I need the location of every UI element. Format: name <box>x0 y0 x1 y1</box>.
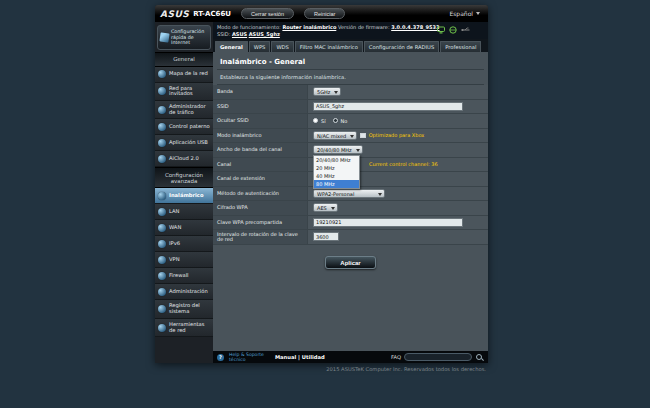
router-admin-window: ASUS RT-AC66U Cerrar sesión Reiniciar Es… <box>155 5 488 363</box>
field-row-wpa-key: Clave WPA precompartida <box>213 216 488 231</box>
usb-application-icon <box>158 139 166 147</box>
sidebar: Configuración rápida de Internet General… <box>155 22 213 363</box>
internet-status-icon[interactable] <box>449 26 457 34</box>
tab-wds[interactable]: WDS <box>271 41 293 53</box>
sidebar-item-traffic-manager[interactable]: Administrador de tráfico <box>155 101 213 119</box>
hide-ssid-yes-radio[interactable] <box>313 118 318 123</box>
field-row-band: Banda 5GHz <box>213 85 488 100</box>
firmware-version-link[interactable]: 3.0.0.4.378_9533 <box>391 24 439 30</box>
network-tools-icon <box>158 324 166 332</box>
chevron-down-icon <box>476 12 480 15</box>
sidebar-section-advanced: Configuración avanzada <box>155 167 213 188</box>
system-log-icon <box>158 305 166 313</box>
sidebar-item-network-map[interactable]: Mapa de la red <box>155 67 213 83</box>
field-row-auth-method: Método de autenticación WPA2-Personal <box>213 187 488 202</box>
tab-radius[interactable]: Configuración de RADIUS <box>364 41 439 53</box>
administration-icon <box>158 288 166 296</box>
status-info-bar: Modo de funcionamiento: Router inalámbri… <box>213 22 488 39</box>
field-row-wireless-mode: Modo inalámbrico N/AC mixed Optimizado p… <box>213 129 488 144</box>
help-icon: ? <box>217 354 224 361</box>
key-rotation-input[interactable] <box>313 232 339 241</box>
operation-mode-link[interactable]: Router inalámbrico <box>282 24 336 30</box>
tab-general[interactable]: General <box>215 41 248 53</box>
sidebar-item-guest-network[interactable]: Red para invitados <box>155 83 213 101</box>
select-arrow-icon <box>334 91 338 94</box>
wireless-icon <box>158 192 166 200</box>
page-title: Inalámbrico - General <box>213 52 488 69</box>
network-map-icon <box>158 70 166 78</box>
quick-internet-setup-button[interactable]: Configuración rápida de Internet <box>157 25 211 50</box>
apply-button[interactable]: Aplicar <box>325 256 375 269</box>
sidebar-item-network-tools[interactable]: Herramientas de red <box>155 319 213 337</box>
dropdown-option[interactable]: 40 MHz <box>314 172 359 180</box>
channel-bandwidth-dropdown: 20/40/80 MHz 20 MHz 40 MHz 80 MHz <box>313 155 360 189</box>
field-row-hide-ssid: Ocultar SSID Sí No <box>213 114 488 129</box>
wan-icon <box>158 224 166 232</box>
top-header-bar: ASUS RT-AC66U Cerrar sesión Reiniciar Es… <box>155 5 488 22</box>
dropdown-option-highlighted[interactable]: 80 MHz <box>314 180 359 188</box>
clients-status-icon[interactable] <box>437 26 445 34</box>
page-subtitle: Establezca la siguiente información inal… <box>213 70 488 84</box>
ssid-input[interactable] <box>313 102 463 111</box>
hide-ssid-no-radio[interactable] <box>333 118 338 123</box>
sidebar-item-firewall[interactable]: Firewall <box>155 268 213 284</box>
wpa-encryption-select[interactable]: AES <box>313 203 338 212</box>
sidebar-item-usb-application[interactable]: Aplicación USB <box>155 135 213 151</box>
language-label: Español <box>449 10 473 17</box>
manual-link[interactable]: Manual <box>275 354 296 360</box>
dropdown-option[interactable]: 20 MHz <box>314 164 359 172</box>
field-row-channel-bandwidth: Ancho de banda del canal 20/40/80 MHz 20… <box>213 143 488 158</box>
select-arrow-icon <box>331 207 335 210</box>
sidebar-item-administration[interactable]: Administración <box>155 284 213 300</box>
vpn-icon <box>158 256 166 264</box>
sidebar-item-ipv6[interactable]: IPv6 <box>155 236 213 252</box>
field-row-key-rotation: Intervalo de rotación de la clave de red <box>213 230 488 245</box>
traffic-manager-icon <box>158 106 166 114</box>
wpa-key-input[interactable] <box>313 218 463 227</box>
sidebar-filler <box>155 337 213 363</box>
tab-mac-filter[interactable]: Filtro MAC inalámbrico <box>295 41 363 53</box>
sidebar-item-parental-control[interactable]: Control paterno <box>155 119 213 135</box>
wireless-general-panel: Inalámbrico - General Establezca la sigu… <box>213 52 488 351</box>
faq-label: FAQ <box>391 354 401 360</box>
tab-wps[interactable]: WPS <box>249 41 271 53</box>
sidebar-item-aicloud[interactable]: AiCloud 2.0 <box>155 151 213 167</box>
ssid-24g-link[interactable]: ASUS <box>232 31 247 37</box>
search-icon[interactable] <box>475 353 484 362</box>
sidebar-item-system-log[interactable]: Registro del sistema <box>155 300 213 318</box>
sidebar-section-general: General <box>155 52 213 67</box>
wireless-tab-bar: General WPS WDS Filtro MAC inalámbrico C… <box>213 39 488 52</box>
sidebar-item-vpn[interactable]: VPN <box>155 252 213 268</box>
band-select[interactable]: 5GHz <box>313 87 341 96</box>
field-row-wpa-encryption: Cifrado WPA AES <box>213 201 488 216</box>
faq-search-input[interactable] <box>404 353 472 361</box>
select-arrow-icon <box>350 135 354 138</box>
aicloud-icon <box>158 155 166 163</box>
usb-status-icon[interactable] <box>461 26 470 34</box>
sidebar-item-wan[interactable]: WAN <box>155 220 213 236</box>
select-arrow-icon <box>378 193 382 196</box>
ipv6-icon <box>158 240 166 248</box>
xbox-optimized-checkbox[interactable] <box>360 133 366 139</box>
lan-icon <box>158 208 166 216</box>
footer-bar: ? Help & Soporte técnico Manual | Utilid… <box>213 351 488 363</box>
utility-link[interactable]: Utilidad <box>302 354 325 360</box>
ssid-5g-link[interactable]: ASUS_5ghz <box>249 31 280 37</box>
tab-professional[interactable]: Professional <box>440 41 481 53</box>
logout-button[interactable]: Cerrar sesión <box>241 8 294 19</box>
copyright-text: 2015 ASUSTeK Computer Inc. Reservados to… <box>155 366 488 372</box>
asus-logo: ASUS <box>160 9 189 19</box>
channel-bandwidth-select[interactable]: 20/40/80 MHz <box>313 145 363 154</box>
firewall-icon <box>158 272 166 280</box>
wizard-wand-icon <box>159 32 169 42</box>
sidebar-item-lan[interactable]: LAN <box>155 204 213 220</box>
wireless-mode-select[interactable]: N/AC mixed <box>313 131 357 140</box>
dropdown-option[interactable]: 20/40/80 MHz <box>314 156 359 164</box>
reboot-button[interactable]: Reiniciar <box>304 8 345 19</box>
language-selector[interactable]: Español <box>449 10 483 17</box>
page: { "colors": { "hint_orange": "#ffcc00", … <box>0 0 650 408</box>
sidebar-item-wireless[interactable]: Inalámbrico <box>155 188 213 204</box>
auth-method-select[interactable]: WPA2-Personal <box>313 189 385 198</box>
help-support-link[interactable]: Help & Soporte técnico <box>229 352 264 362</box>
field-row-ssid: SSID <box>213 100 488 115</box>
